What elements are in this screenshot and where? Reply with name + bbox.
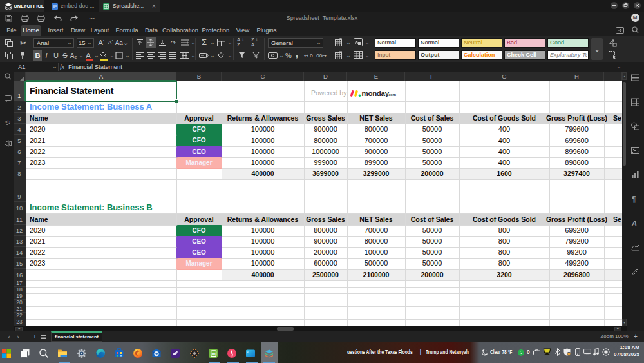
svg-text:A: A: [631, 219, 637, 227]
svg-text:¶: ¶: [632, 195, 636, 203]
svg-text:.com: .com: [388, 93, 396, 97]
svg-text:ab: ab: [5, 119, 10, 124]
svg-text:monday: monday: [362, 90, 390, 97]
svg-text:m: m: [211, 351, 215, 355]
